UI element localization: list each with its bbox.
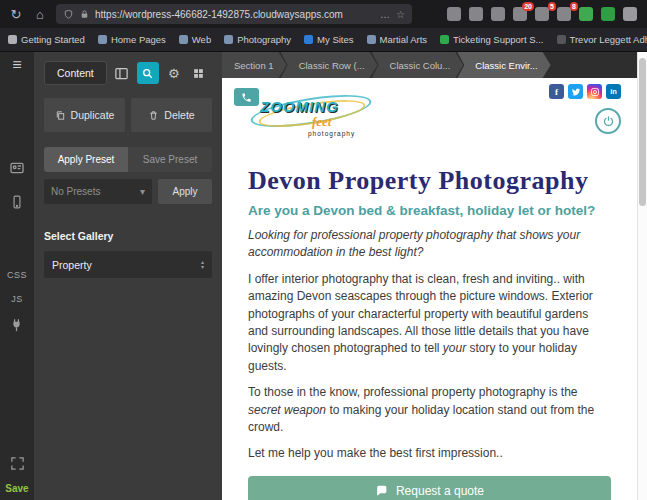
bookmark-label: Ticketing Support S... bbox=[453, 34, 543, 45]
gallery-select[interactable]: Property ▴▾ bbox=[44, 251, 212, 278]
camera-extension-icon[interactable]: 5 bbox=[535, 7, 549, 21]
tab-content[interactable]: Content bbox=[44, 61, 107, 85]
logo-tagline: photography bbox=[308, 130, 355, 137]
bar-chart-extension-icon[interactable] bbox=[469, 7, 483, 21]
home-icon[interactable]: ⌂ bbox=[32, 7, 48, 22]
select-carets-icon: ▴▾ bbox=[201, 260, 204, 270]
bookmark-label: Photography bbox=[237, 34, 291, 45]
custom-js-button[interactable]: JS bbox=[11, 294, 23, 304]
bookmark-favicon bbox=[304, 35, 313, 44]
logo-word: ZOOMING bbox=[260, 98, 339, 115]
bookmark-item[interactable]: My Sites bbox=[304, 34, 353, 45]
facebook-icon[interactable]: f bbox=[549, 84, 564, 99]
builder-sidebar: Content ⚙ Duplicate D bbox=[34, 52, 222, 500]
bookmark-label: Getting Started bbox=[21, 34, 85, 45]
twitter-icon[interactable] bbox=[568, 84, 583, 99]
bookmark-label: Martial Arts bbox=[380, 34, 428, 45]
bookmark-item[interactable]: Photography bbox=[224, 34, 291, 45]
bookmark-item[interactable]: Trevor Leggett Adh... bbox=[557, 34, 647, 45]
breadcrumb-element[interactable]: Classic Envir... bbox=[457, 52, 550, 78]
bookmark-item[interactable]: Ticketing Support S... bbox=[440, 34, 543, 45]
folder-icon bbox=[98, 35, 107, 44]
builder-menu-icon[interactable]: ≡ bbox=[12, 56, 21, 74]
save-button[interactable]: Save bbox=[5, 483, 28, 494]
search-button[interactable] bbox=[137, 62, 159, 84]
bookmark-label: Trevor Leggett Adh... bbox=[570, 34, 647, 45]
page-actions-icon[interactable]: … bbox=[380, 9, 390, 20]
browser-toolbar: ↻ ⌂ https://wordpress-466682-1492875.clo… bbox=[0, 0, 647, 28]
shield-extension-icon[interactable]: 8 bbox=[557, 7, 571, 21]
url-text[interactable]: https://wordpress-466682-1492875.cloudwa… bbox=[95, 9, 375, 20]
delete-label: Delete bbox=[164, 109, 194, 121]
wrench-extension-icon[interactable] bbox=[447, 7, 461, 21]
extension-strip: 20 5 8 bbox=[447, 7, 639, 21]
select-gallery-label: Select Gallery bbox=[44, 230, 212, 242]
chat-bubble-icon bbox=[375, 484, 388, 497]
tracking-shield-icon[interactable] bbox=[63, 9, 74, 20]
notification-badge: 8 bbox=[570, 2, 578, 11]
gallery-select-value: Property bbox=[52, 259, 92, 271]
bookmark-label: Home Pages bbox=[111, 34, 166, 45]
contact-card-icon[interactable] bbox=[9, 160, 25, 180]
preset-select-value: No Presets bbox=[51, 186, 100, 197]
breadcrumb-column[interactable]: Classic Colu... bbox=[372, 52, 464, 78]
bookmark-item[interactable]: Web bbox=[179, 34, 211, 45]
duplicate-label: Duplicate bbox=[71, 109, 115, 121]
bookmark-label: My Sites bbox=[317, 34, 353, 45]
preset-select[interactable]: No Presets ▾ bbox=[44, 179, 152, 204]
plugin-icon[interactable] bbox=[9, 318, 24, 337]
bookmark-item[interactable]: Home Pages bbox=[98, 34, 166, 45]
bookmark-star-icon[interactable]: ☆ bbox=[396, 9, 405, 20]
body-paragraph: I offer interior photography that is cle… bbox=[248, 271, 611, 375]
green-grid-extension-icon[interactable] bbox=[579, 7, 593, 21]
apps-extension-icon[interactable] bbox=[623, 7, 637, 21]
library-extension-icon[interactable] bbox=[491, 7, 505, 21]
sidebar-toggle-icon[interactable] bbox=[112, 63, 132, 83]
body-paragraph: To those in the know, professional prope… bbox=[248, 384, 611, 436]
page-title: Devon Property Photography bbox=[248, 166, 611, 196]
request-quote-button[interactable]: Request a quote bbox=[248, 476, 611, 500]
logo-script: feet bbox=[312, 114, 331, 130]
url-bar[interactable]: https://wordpress-466682-1492875.cloudwa… bbox=[56, 4, 412, 24]
delete-button[interactable]: Delete bbox=[131, 98, 212, 132]
builder-left-rail: ≡ CSS JS Save bbox=[0, 52, 34, 500]
tab-save-preset[interactable]: Save Preset bbox=[128, 147, 212, 172]
custom-css-button[interactable]: CSS bbox=[7, 270, 27, 280]
bookmark-favicon bbox=[557, 35, 566, 44]
page-preview: f in bbox=[222, 78, 637, 500]
bookmarks-bar: Getting Started Home Pages Web Photograp… bbox=[0, 28, 647, 52]
elements-grid-icon[interactable] bbox=[189, 63, 209, 83]
settings-gear-icon[interactable]: ⚙ bbox=[164, 63, 184, 83]
bookmark-item[interactable]: Martial Arts bbox=[367, 34, 428, 45]
bookmark-favicon bbox=[440, 35, 449, 44]
zooming-feet-logo: ZOOMING feet photography bbox=[256, 92, 376, 144]
person-extension-icon[interactable]: 20 bbox=[513, 7, 527, 21]
expand-icon[interactable] bbox=[10, 456, 25, 475]
lock-icon bbox=[79, 9, 90, 20]
linkedin-icon[interactable]: in bbox=[606, 84, 621, 99]
apply-preset-button[interactable]: Apply bbox=[158, 179, 212, 204]
bookmark-item[interactable]: Getting Started bbox=[8, 34, 85, 45]
browser-window: ↻ ⌂ https://wordpress-466682-1492875.clo… bbox=[0, 0, 647, 500]
bookmark-label: Web bbox=[192, 34, 211, 45]
notification-badge: 5 bbox=[548, 2, 556, 11]
breadcrumb: Section 1 Classic Row (... Classic Colu.… bbox=[222, 52, 637, 78]
duplicate-button[interactable]: Duplicate bbox=[44, 98, 125, 132]
breadcrumb-row[interactable]: Classic Row (... bbox=[281, 52, 378, 78]
tab-apply-preset[interactable]: Apply Preset bbox=[44, 147, 128, 172]
chevron-down-icon: ▾ bbox=[140, 186, 145, 197]
instagram-icon[interactable] bbox=[587, 84, 602, 99]
scrollbar-thumb[interactable] bbox=[639, 58, 646, 206]
reload-icon[interactable]: ↻ bbox=[8, 7, 24, 22]
green-leaf-extension-icon[interactable] bbox=[601, 7, 615, 21]
mobile-preview-icon[interactable] bbox=[10, 194, 24, 214]
social-links: f in bbox=[549, 84, 621, 99]
bookmark-favicon bbox=[8, 35, 17, 44]
breadcrumb-section[interactable]: Section 1 bbox=[222, 52, 287, 78]
request-quote-label: Request a quote bbox=[396, 484, 484, 498]
folder-icon bbox=[179, 35, 188, 44]
power-button[interactable] bbox=[595, 108, 621, 134]
scrollbar[interactable] bbox=[637, 52, 647, 500]
body-paragraph: Let me help you make the best first impr… bbox=[248, 445, 611, 462]
lead-paragraph: Looking for professional property photog… bbox=[248, 227, 611, 262]
